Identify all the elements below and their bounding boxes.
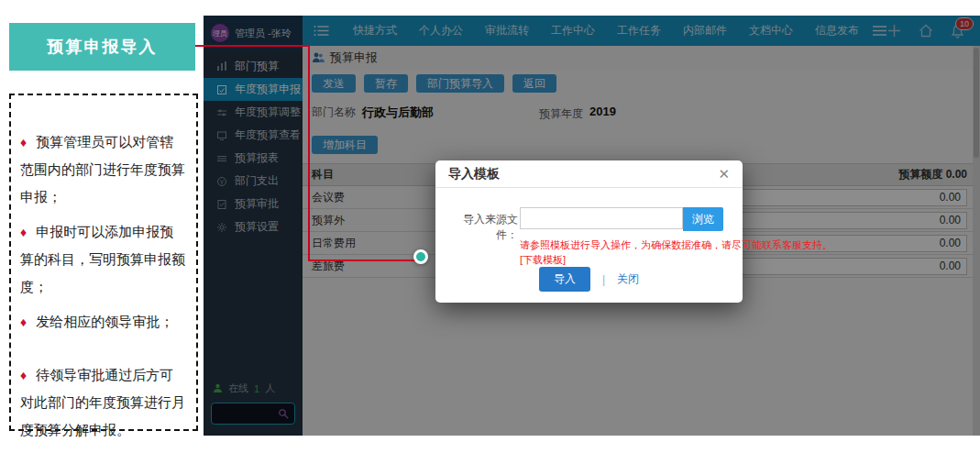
annotation-bullet: ♦发给相应的领导审批；: [20, 308, 187, 336]
modal-title: 导入模板: [448, 166, 500, 182]
import-source-input[interactable]: [520, 207, 683, 229]
annotation-connector-line: [308, 45, 310, 261]
footer-separator: |: [602, 273, 605, 286]
import-source-label: 导入来源文件：: [445, 212, 518, 243]
import-template-modal: 导入模板 ✕ 导入来源文件： 浏览 请参照模板进行导入操作，为确保数据准确，请尽…: [435, 160, 743, 303]
annotation-note-box: ♦预算管理员可以对管辖范围内的部门进行年度预算申报； ♦申报时可以添加申报预算的…: [9, 94, 198, 431]
browse-button[interactable]: 浏览: [683, 207, 723, 231]
close-button[interactable]: 关闭: [617, 271, 639, 287]
app-window: 理员 管理员 -张玲 部门预算 年度预算申报 年度预算调整: [204, 16, 980, 436]
annotation-connector-line: [195, 45, 310, 47]
modal-header: 导入模板 ✕: [435, 160, 743, 188]
annotation-connector-line: [308, 260, 417, 261]
diamond-bullet-icon: ♦: [20, 135, 27, 149]
diamond-bullet-icon: ♦: [20, 368, 27, 382]
close-icon[interactable]: ✕: [718, 167, 730, 181]
import-button[interactable]: 导入: [539, 267, 590, 292]
annotation-pointer-dot: [413, 249, 428, 264]
modal-body: 导入来源文件： 浏览 请参照模板进行导入操作，为确保数据准确，请尽可能联系客服支…: [435, 188, 743, 261]
annotation-bullet: ♦预算管理员可以对管辖范围内的部门进行年度预算申报；: [20, 128, 187, 211]
diamond-bullet-icon: ♦: [20, 225, 27, 239]
annotation-banner: 预算申报导入: [9, 23, 195, 71]
annotation-bullet: ♦申报时可以添加申报预算的科目，写明预算申报额度；: [20, 218, 187, 301]
download-template-link[interactable]: [下载模板]: [520, 253, 566, 267]
modal-footer: 导入 | 关闭: [435, 267, 743, 292]
warning-text: 请参照模板进行导入操作，为确保数据准确，请尽可能联系客服支持。: [520, 238, 832, 252]
diamond-bullet-icon: ♦: [20, 315, 27, 329]
annotation-bullet: ♦待领导审批通过后方可对此部门的年度预算进行月度预算分解申报。: [20, 361, 187, 444]
